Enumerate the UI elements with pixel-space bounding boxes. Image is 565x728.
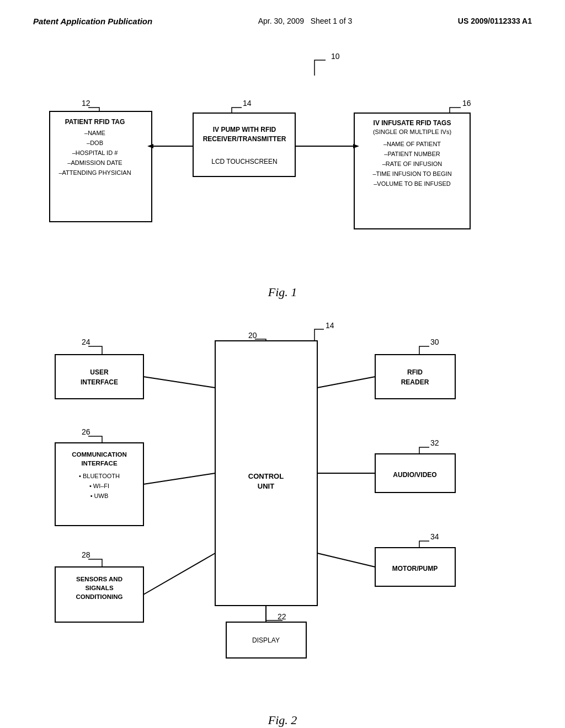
svg-text:–TIME INFUSION TO BEGIN: –TIME INFUSION TO BEGIN: [372, 170, 451, 177]
svg-text:CONDITIONING: CONDITIONING: [76, 593, 123, 600]
svg-text:32: 32: [430, 438, 439, 447]
svg-rect-56: [375, 355, 455, 399]
svg-text:PATIENT RFID TAG: PATIENT RFID TAG: [65, 118, 125, 126]
svg-text:AUDIO/VIDEO: AUDIO/VIDEO: [393, 471, 436, 479]
svg-text:16: 16: [462, 99, 471, 108]
fig2-svg: 14 CONTROL UNIT 20 DISPLAY 22 24 USER: [33, 316, 532, 691]
svg-text:IV PUMP WITH RFID: IV PUMP WITH RFID: [213, 126, 276, 133]
svg-line-48: [143, 473, 215, 484]
svg-text:• UWB: • UWB: [90, 493, 109, 499]
svg-line-54: [143, 553, 215, 595]
svg-text:–HOSPITAL ID #: –HOSPITAL ID #: [72, 149, 118, 156]
svg-text:IV INFUSATE RFID TAGS: IV INFUSATE RFID TAGS: [374, 119, 451, 127]
svg-text:LCD TOUCHSCREEN: LCD TOUCHSCREEN: [211, 158, 278, 165]
svg-text:14: 14: [326, 321, 334, 330]
svg-text:–RATE OF INFUSION: –RATE OF INFUSION: [382, 160, 443, 167]
svg-text:26: 26: [82, 427, 90, 436]
fig1-diagram: 10 12 PATIENT RFID TAG –NAME –DOB –HOSPI…: [33, 42, 532, 274]
svg-text:DISPLAY: DISPLAY: [252, 636, 280, 644]
svg-text:–ADMISSION DATE: –ADMISSION DATE: [67, 159, 122, 166]
svg-text:–PATIENT NUMBER: –PATIENT NUMBER: [384, 151, 440, 157]
svg-text:COMMUNICATION: COMMUNICATION: [72, 451, 126, 458]
svg-text:20: 20: [248, 331, 257, 340]
svg-text:–NAME OF PATIENT: –NAME OF PATIENT: [383, 141, 441, 147]
svg-rect-2: [50, 111, 152, 222]
svg-text:USER: USER: [90, 368, 109, 376]
svg-text:MOTOR/PUMP: MOTOR/PUMP: [392, 565, 438, 572]
svg-text:INTERFACE: INTERFACE: [81, 460, 118, 467]
svg-rect-10: [193, 113, 295, 176]
svg-line-59: [317, 377, 375, 388]
svg-text:–ATTENDING PHYSICIAN: –ATTENDING PHYSICIAN: [58, 169, 131, 176]
svg-text:12: 12: [82, 99, 90, 108]
svg-text:–VOLUME TO BE INFUSED: –VOLUME TO BE INFUSED: [374, 180, 451, 187]
svg-text:(SINGLE OR MULTIPLE IVs): (SINGLE OR MULTIPLE IVs): [373, 129, 451, 135]
page: Patent Application Publication Apr. 30, …: [0, 0, 565, 728]
svg-text:SIGNALS: SIGNALS: [85, 585, 113, 591]
svg-text:• WI–FI: • WI–FI: [89, 483, 109, 489]
svg-text:24: 24: [82, 338, 90, 346]
svg-text:–DOB: –DOB: [87, 140, 103, 146]
fig1-caption: Fig. 1: [33, 285, 532, 299]
svg-rect-37: [55, 355, 143, 399]
svg-text:10: 10: [331, 52, 340, 61]
svg-text:14: 14: [243, 99, 252, 108]
header-center: Apr. 30, 2009 Sheet 1 of 3: [258, 17, 352, 25]
header: Patent Application Publication Apr. 30, …: [33, 11, 532, 26]
svg-text:28: 28: [82, 550, 90, 559]
svg-text:UNIT: UNIT: [258, 482, 274, 490]
fig2-caption: Fig. 2: [33, 713, 532, 727]
svg-text:INTERFACE: INTERFACE: [81, 378, 118, 386]
svg-text:• BLUETOOTH: • BLUETOOTH: [79, 473, 120, 479]
svg-text:READER: READER: [401, 378, 429, 386]
svg-text:22: 22: [278, 612, 286, 621]
svg-text:30: 30: [430, 338, 439, 346]
svg-text:RFID: RFID: [407, 368, 423, 376]
fig1-svg: 10 12 PATIENT RFID TAG –NAME –DOB –HOSPI…: [33, 42, 532, 263]
svg-text:SENSORS AND: SENSORS AND: [76, 576, 122, 582]
svg-line-40: [143, 377, 215, 388]
svg-text:34: 34: [430, 532, 439, 541]
header-left: Patent Application Publication: [33, 17, 152, 26]
svg-line-67: [317, 553, 375, 567]
svg-text:–NAME: –NAME: [84, 130, 105, 136]
svg-text:CONTROL: CONTROL: [248, 472, 284, 480]
fig2-diagram: 14 CONTROL UNIT 20 DISPLAY 22 24 USER: [33, 316, 532, 702]
header-right: US 2009/0112333 A1: [458, 17, 532, 25]
svg-text:RECEIVER/TRANSMITTER: RECEIVER/TRANSMITTER: [203, 135, 286, 143]
